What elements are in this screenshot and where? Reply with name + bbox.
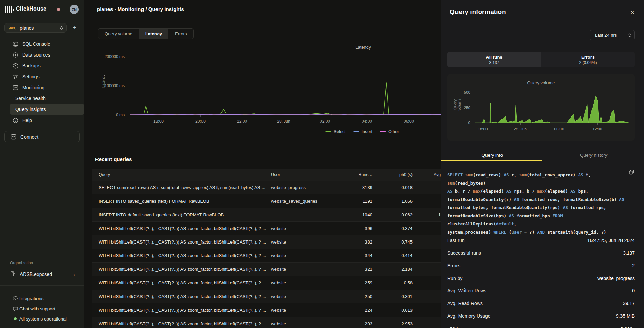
table-row[interactable]: WITH bitShiftLeft(CAST(?..), _CAST(?..))… — [92, 262, 452, 276]
footer-item-chat-with-support[interactable]: Chat with support — [0, 303, 84, 314]
cell-p50: 0.613 — [384, 308, 424, 313]
column-header-user[interactable]: User — [271, 172, 353, 177]
latency-x-tick: 02:00 — [315, 119, 335, 124]
sidebar-item-monitoring[interactable]: Monitoring — [10, 82, 84, 93]
volume-x-tick: 18:00 — [473, 127, 493, 131]
cell-query: WITH bitShiftLeft(CAST(?..), _CAST(?..))… — [92, 267, 271, 272]
latency-x-tick: 28. Jun — [273, 119, 294, 124]
tab-query-history[interactable]: Query history — [543, 149, 644, 161]
cell-runs: 321 — [353, 267, 384, 272]
tab-errors[interactable]: Errors2 (0.06%) — [541, 52, 635, 67]
legend-item-insert[interactable]: Insert — [353, 129, 372, 134]
column-header-query[interactable]: Query — [92, 172, 271, 177]
column-header-runs[interactable]: Runs⌄ — [353, 172, 384, 177]
table-header-row: Query User Runs⌄ p50 (s) Avg. — [92, 169, 452, 181]
svg-text:?: ? — [14, 119, 16, 122]
sidebar-item-data-sources[interactable]: Data sources — [10, 49, 84, 60]
sql-query-text: SELECT sum(read_rows) AS r, sum(total_ro… — [447, 171, 627, 236]
sidebar-item-sql-console[interactable]: SQL Console — [10, 38, 84, 49]
query-info-panel: Query information ✕ Last 24 hrs All runs… — [441, 0, 644, 328]
stat-row-avg-read-rows: Avg. Read Rows39.17 — [447, 299, 635, 308]
aws-icon: aws — [9, 26, 15, 30]
cell-runs: 396 — [353, 226, 384, 231]
tab-value: 2 (0.06%) — [579, 60, 597, 65]
footer-item-all-systems-operational[interactable]: All systems operational — [0, 314, 84, 324]
cell-query: INSERT INTO default.saved_queries (text)… — [92, 212, 271, 217]
query-volume-title: Query volume — [490, 80, 592, 85]
tab-query-volume[interactable]: Query volume — [98, 29, 139, 39]
volume-y-tick: 0 — [457, 121, 470, 125]
tab-all-runs[interactable]: All runs3,137 — [447, 52, 541, 67]
sql-line: AS b, r / max(elapsed) AS rps, b / max(e… — [447, 187, 627, 196]
notification-dot[interactable] — [57, 8, 60, 11]
sidebar-item-service-health[interactable]: Service health — [10, 93, 84, 104]
table-row[interactable]: INSERT INTO default.saved_queries (text)… — [92, 208, 452, 221]
tab-errors[interactable]: Errors — [168, 29, 193, 39]
service-selector[interactable]: aws planes — [4, 23, 67, 33]
sidebar-item-query-insights[interactable]: Query insights — [10, 104, 84, 115]
column-header-p50[interactable]: p50 (s) — [384, 172, 424, 177]
table-row[interactable]: INSERT INTO saved_queries (text) FORMAT … — [92, 194, 452, 208]
latency-legend: SelectInsertOther — [302, 129, 422, 134]
logo-row: ClickHouse ZN — [0, 3, 84, 16]
cell-runs: 1191 — [353, 199, 384, 204]
stat-label: Avg. Read Rows — [447, 301, 483, 306]
cell-user: website — [271, 294, 353, 299]
series-select — [130, 83, 441, 115]
cell-query: WITH bitShiftLeft(CAST(?..), _CAST(?..))… — [92, 280, 271, 285]
table-row[interactable]: WITH bitShiftLeft(CAST(?..), _CAST(?..))… — [92, 290, 452, 303]
cell-p50: 0.374 — [384, 226, 424, 231]
table-row[interactable]: WITH bitShiftLeft(CAST(?..), _CAST(?..))… — [92, 249, 452, 262]
query-info-tabs: Query infoQuery history — [441, 149, 644, 161]
time-range-value: Last 24 hrs — [595, 33, 617, 38]
cell-p50: 0.301 — [384, 294, 424, 299]
legend-label: Select — [334, 129, 346, 134]
cell-p50: 0.062 — [384, 212, 424, 217]
volume-x-tick: 28. Jun — [510, 127, 530, 131]
footer-item-label: Chat with support — [19, 306, 55, 311]
latency-x-tick: 18:00 — [148, 119, 169, 124]
copy-icon[interactable] — [628, 169, 635, 176]
footer-item-integrations[interactable]: Integrations — [0, 293, 84, 303]
latency-x-tickmark — [409, 115, 409, 117]
stat-value: 3,137 — [623, 250, 635, 256]
table-row[interactable]: WITH bitShiftLeft(CAST(?..), _CAST(?..))… — [92, 235, 452, 249]
stat-label: Avg. Memory Usage — [447, 313, 491, 319]
sidebar-item-label: Service health — [15, 96, 46, 101]
panel-divider — [441, 24, 644, 24]
connect-button[interactable]: Connect — [4, 131, 80, 142]
table-row[interactable]: WITH bitShiftLeft(CAST(?..), _CAST(?..))… — [92, 221, 452, 235]
cell-user: website — [271, 267, 353, 272]
service-name: planes — [20, 25, 34, 31]
sidebar-item-label: Data sources — [22, 52, 50, 58]
close-icon[interactable]: ✕ — [628, 7, 637, 17]
cell-query: WITH bitShiftLeft(CAST(?..), _CAST(?..))… — [92, 253, 271, 258]
stat-label: Errors — [447, 263, 460, 268]
breadcrumb: planes - Monitoring / Query insights — [97, 6, 184, 12]
sidebar-item-help[interactable]: ?Help — [10, 115, 84, 126]
sidebar-item-backups[interactable]: Backups — [10, 60, 84, 71]
legend-item-other[interactable]: Other — [380, 129, 399, 134]
organization-selector[interactable]: ADSB.exposed › — [4, 269, 80, 279]
query-volume-y-axis-label: Query volume — [453, 97, 461, 112]
table-row[interactable]: WITH bitShiftLeft(CAST(?..), _CAST(?..))… — [92, 317, 452, 328]
volume-x-tickmark — [483, 123, 483, 125]
table-row[interactable]: SELECT sum(read_rows) AS r, sum(total_ro… — [92, 181, 452, 194]
tab-query-info[interactable]: Query info — [441, 149, 543, 161]
table-row[interactable]: WITH bitShiftLeft(CAST(?..), _CAST(?..))… — [92, 276, 452, 290]
panel-title: Query information — [450, 8, 506, 16]
recent-queries-table: Query User Runs⌄ p50 (s) Avg. SELECT sum… — [92, 169, 452, 328]
stat-label: Last run — [447, 238, 465, 243]
puzzle-icon — [12, 295, 18, 301]
legend-item-select[interactable]: Select — [325, 129, 346, 134]
tab-latency[interactable]: Latency — [139, 29, 168, 39]
stat-label: Run by — [447, 276, 462, 281]
add-service-button[interactable]: + — [70, 23, 79, 32]
sidebar-item-label: Monitoring — [22, 85, 44, 90]
cell-runs: 224 — [353, 308, 384, 313]
sidebar-item-label: Help — [22, 118, 32, 123]
user-avatar[interactable]: ZN — [70, 5, 79, 14]
time-range-select[interactable]: Last 24 hrs — [590, 30, 635, 40]
table-row[interactable]: WITH bitShiftLeft(CAST(?..), _CAST(?..))… — [92, 303, 452, 317]
sidebar-item-settings[interactable]: Settings — [10, 71, 84, 82]
